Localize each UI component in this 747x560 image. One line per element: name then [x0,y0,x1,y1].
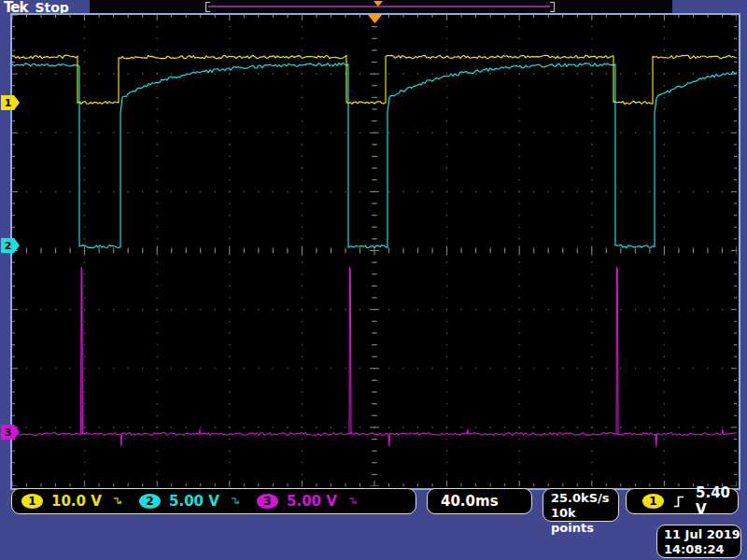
ch1-coupling-icon [113,496,124,507]
ch2-marker-label: 2 [5,240,12,252]
channel-readouts[interactable]: 1 10.0 V 2 5.00 V 3 5.00 V [11,488,416,514]
ch3-coupling-icon [348,496,359,507]
ch2-scale: 5.00 V [169,493,229,510]
waveform-display [12,15,737,486]
record-length: 10k points [551,506,618,536]
timebase-readout[interactable]: 40.0ms [427,488,532,514]
ch2-coupling-icon [231,496,242,507]
trigger-level: 5.40 V [696,484,738,518]
ch3-scale: 5.00 V [287,493,346,510]
ch1-badge[interactable]: 1 [21,494,43,509]
trigger-readout[interactable]: 1 5.40 V [626,488,739,514]
record-right-bracket [550,2,555,12]
date-label: 11 Jul 2019 [664,527,740,542]
sample-rate: 25.0kS/s [551,491,618,506]
ch3-badge[interactable]: 3 [257,494,278,509]
ch3-marker-label: 3 [5,427,12,439]
trigger-position-icon[interactable] [368,15,382,23]
ch1-scale: 10.0 V [51,493,111,510]
oscilloscope-screen: TekStop 1 2 3 1 10.0 V 2 5.00 V 3 5.00 V [0,0,747,560]
ch1-marker-label: 1 [5,97,12,109]
timebase-scale: 40.0ms [441,493,499,510]
graticule [10,13,740,490]
trigger-source-badge: 1 [642,494,664,509]
ch2-waveform [12,63,737,247]
record-trigger-position-icon [374,1,383,7]
record-view-bar[interactable] [90,0,672,13]
header: TekStop [4,0,69,13]
trigger-rising-edge-icon [673,495,684,509]
acquisition-readout[interactable]: 25.0kS/s 10k points [543,488,619,522]
datetime-readout: 11 Jul 2019 14:08:24 [656,525,741,558]
ch2-badge[interactable]: 2 [139,494,161,509]
time-label: 14:08:24 [664,542,740,557]
